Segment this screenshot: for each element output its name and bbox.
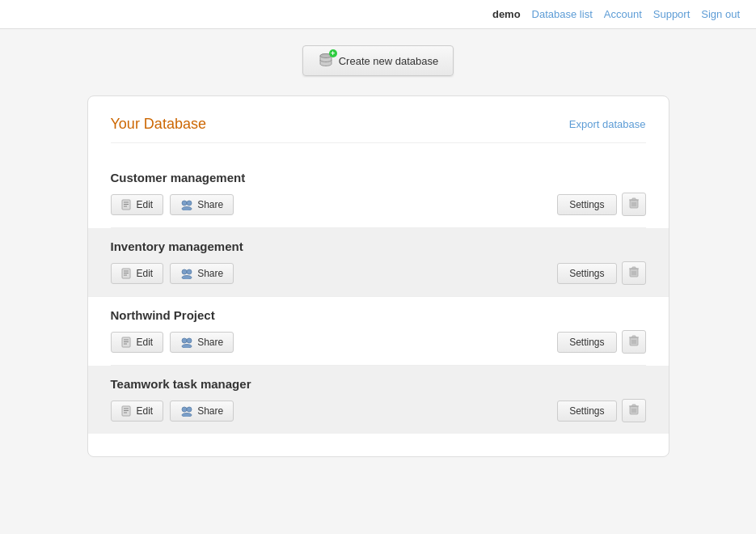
svg-point-32	[182, 338, 187, 343]
sign-out-link[interactable]: Sign out	[701, 8, 740, 20]
svg-rect-11	[632, 198, 636, 200]
database-name-teamwork-task-manager[interactable]: Teamwork task manager	[111, 377, 646, 391]
right-buttons-inventory-management: Settings	[557, 261, 645, 285]
share-button-teamwork-task-manager[interactable]: Share	[170, 400, 234, 422]
user-label: demo	[492, 8, 521, 20]
share-button-inventory-management[interactable]: Share	[170, 263, 234, 284]
database-item-teamwork-task-manager: Teamwork task manager Edit	[88, 366, 669, 434]
svg-point-47	[182, 413, 192, 417]
database-item-northwind-project: Northwind Project Edit	[111, 297, 646, 366]
svg-rect-50	[632, 405, 636, 406]
trash-icon	[629, 266, 639, 278]
svg-rect-24	[632, 267, 636, 269]
plus-badge: +	[329, 49, 337, 57]
edit-button-customer-management[interactable]: Edit	[111, 194, 164, 215]
edit-button-inventory-management[interactable]: Edit	[111, 263, 164, 284]
delete-button-teamwork-task-manager[interactable]	[622, 399, 646, 422]
delete-button-inventory-management[interactable]	[622, 261, 646, 285]
database-name-inventory-management[interactable]: Inventory management	[111, 239, 646, 253]
left-buttons-inventory-management: Edit Share	[111, 263, 234, 284]
left-buttons-teamwork-task-manager: Edit Share	[111, 400, 234, 422]
right-buttons-northwind-project: Settings	[557, 330, 645, 354]
settings-button-inventory-management[interactable]: Settings	[557, 263, 616, 284]
edit-icon	[121, 268, 133, 279]
edit-button-northwind-project[interactable]: Edit	[111, 332, 164, 353]
settings-button-teamwork-task-manager[interactable]: Settings	[557, 400, 616, 422]
panel-title: Your Database	[111, 116, 206, 133]
database-item-inventory-management: Inventory management Edit	[88, 228, 669, 297]
database-item-customer-management: Customer management Edit	[111, 159, 646, 228]
settings-button-customer-management[interactable]: Settings	[557, 194, 616, 215]
edit-icon	[121, 199, 133, 210]
top-navigation: demo Database list Account Support Sign …	[0, 0, 756, 29]
main-content: + Create new database Your Database Expo…	[0, 29, 756, 473]
database-list-link[interactable]: Database list	[532, 8, 593, 20]
delete-button-northwind-project[interactable]	[622, 330, 646, 354]
plus-icon-wrapper: +	[318, 53, 334, 69]
svg-rect-37	[632, 336, 636, 337]
right-buttons-teamwork-task-manager: Settings	[557, 399, 645, 422]
share-icon	[180, 268, 193, 279]
trash-icon	[629, 197, 639, 209]
create-database-button[interactable]: + Create new database	[302, 45, 454, 76]
share-icon	[180, 199, 193, 210]
svg-point-21	[182, 275, 192, 279]
svg-point-6	[182, 201, 187, 206]
database-actions-teamwork-task-manager: Edit Share Settings	[111, 399, 646, 422]
edit-icon	[121, 405, 133, 417]
svg-point-45	[182, 407, 187, 412]
delete-button-customer-management[interactable]	[622, 193, 646, 216]
account-link[interactable]: Account	[604, 8, 642, 20]
left-buttons-northwind-project: Edit Share	[111, 332, 234, 353]
panel-header: Your Database Export database	[111, 116, 646, 143]
support-link[interactable]: Support	[653, 8, 691, 20]
edit-button-teamwork-task-manager[interactable]: Edit	[111, 400, 164, 422]
database-actions-northwind-project: Edit Share Settings	[111, 330, 646, 354]
share-button-customer-management[interactable]: Share	[170, 194, 234, 215]
database-actions-customer-management: Edit Share Settings	[111, 193, 646, 216]
trash-icon	[629, 404, 639, 415]
database-name-northwind-project[interactable]: Northwind Project	[111, 308, 646, 322]
edit-icon	[121, 337, 133, 348]
svg-point-19	[182, 269, 187, 274]
svg-point-34	[182, 344, 192, 348]
svg-point-7	[187, 201, 192, 206]
database-actions-inventory-management: Edit Share Settings	[111, 261, 646, 285]
database-list: Customer management Edit	[111, 159, 646, 434]
database-name-customer-management[interactable]: Customer management	[111, 171, 646, 184]
trash-icon	[629, 335, 639, 346]
share-button-northwind-project[interactable]: Share	[170, 332, 234, 353]
export-database-link[interactable]: Export database	[569, 118, 646, 130]
database-panel: Your Database Export database Customer m…	[87, 95, 669, 457]
create-database-label: Create new database	[339, 55, 439, 67]
svg-point-20	[187, 269, 192, 274]
svg-point-46	[187, 407, 192, 412]
share-icon	[180, 405, 193, 417]
settings-button-northwind-project[interactable]: Settings	[557, 332, 616, 353]
right-buttons-customer-management: Settings	[557, 193, 645, 216]
left-buttons-customer-management: Edit Share	[111, 194, 234, 215]
share-icon	[180, 337, 193, 348]
svg-point-33	[187, 338, 192, 343]
svg-point-8	[182, 206, 192, 210]
